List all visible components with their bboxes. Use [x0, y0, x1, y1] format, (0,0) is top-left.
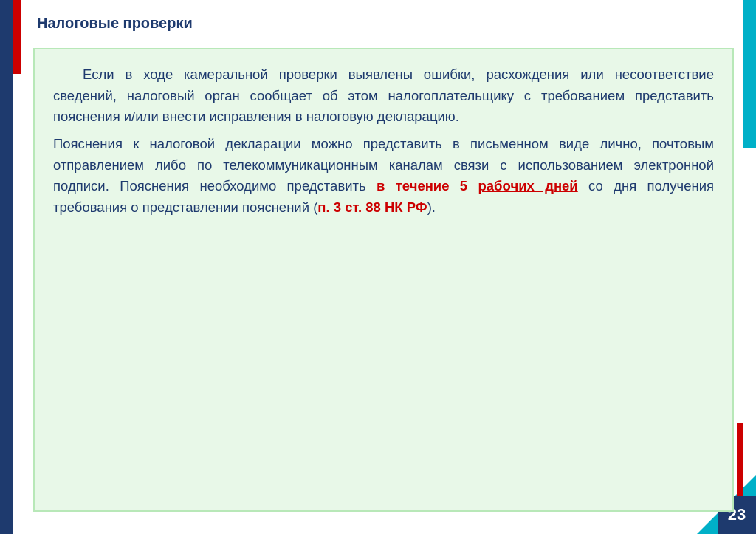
paragraph1-text: Если в ходе камеральной проверки выявлен…: [53, 66, 714, 124]
highlight-days-1: в течение 5: [377, 178, 467, 194]
slide-title: Налоговые проверки: [37, 15, 734, 32]
slide-header: Налоговые проверки: [37, 15, 734, 47]
paragraph2-mid: [467, 178, 478, 194]
paragraph-1: Если в ходе камеральной проверки выявлен…: [53, 64, 714, 128]
paragraph-2: Пояснения к налоговой декларации можно п…: [53, 134, 714, 219]
left-bar: [0, 0, 13, 534]
content-box: Если в ходе камеральной проверки выявлен…: [33, 48, 734, 512]
right-bar-top: [743, 0, 756, 148]
paragraph2-close: ).: [427, 199, 436, 215]
slide-container: 23 Налоговые проверки Если в ходе камера…: [0, 0, 756, 534]
highlight-days-2: рабочих дней: [478, 178, 578, 194]
law-reference-link: п. 3 ст. 88 НК РФ: [317, 199, 427, 215]
content-text: Если в ходе камеральной проверки выявлен…: [53, 64, 714, 219]
top-red-accent: [13, 0, 21, 74]
